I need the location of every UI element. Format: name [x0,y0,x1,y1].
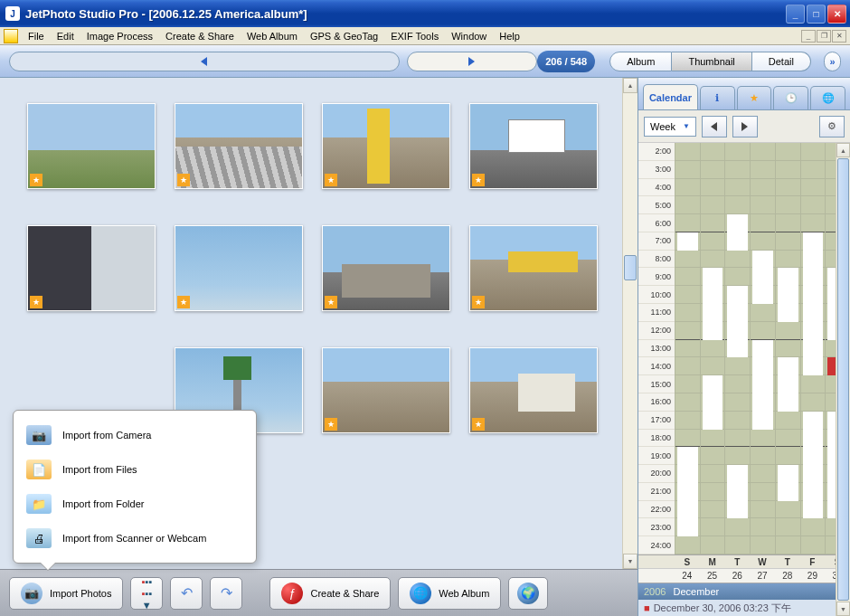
mdi-restore-button[interactable]: ❐ [817,30,831,43]
calendar-next-button[interactable] [732,116,758,137]
mdi-close-button[interactable]: ✕ [832,30,846,43]
photo-thumbnail[interactable]: ★ [469,347,598,433]
import-from-folder[interactable]: 📁 Import from Folder [14,487,256,521]
menu-file[interactable]: File [22,29,51,43]
menu-image-process[interactable]: Image Process [80,29,159,43]
star-badge-icon: ★ [177,296,190,308]
menu-create-share[interactable]: Create & Share [159,29,241,43]
import-popup: 📷 Import from Camera 📄 Import from Files… [13,410,257,564]
web-album-button[interactable]: 🌐 Web Album [398,577,501,610]
weekday-label: S [675,557,700,567]
calendar-event[interactable] [752,251,773,304]
thumbnail-panel: ★★★★★★★★★★★ ▲ ▼ 📷 Import from Camera 📄 I… [0,78,638,616]
menu-exif-tools[interactable]: EXIF Tools [384,29,445,43]
menu-web-album[interactable]: Web Album [241,29,304,43]
day-column[interactable] [775,143,800,554]
calendar-event[interactable] [803,412,824,519]
date-label[interactable]: 29 [800,571,826,581]
prev-button[interactable] [9,52,400,71]
menu-window[interactable]: Window [445,29,493,43]
photo-thumbnail[interactable]: ★ [469,225,598,311]
google-earth-button[interactable]: 🌍 [508,577,548,610]
cal-scroll-down[interactable]: ▼ [836,602,850,616]
import-photos-button[interactable]: 📷 Import Photos [9,577,123,610]
cal-scroll-up[interactable]: ▲ [836,143,850,157]
tab-favorites[interactable]: ★ [737,86,772,109]
calendar-event[interactable] [727,286,748,357]
minimize-button[interactable]: _ [786,5,805,24]
calendar-event[interactable] [727,465,748,518]
view-thumbnail[interactable]: Thumbnail [672,52,751,71]
photo-thumbnail[interactable]: ★ [175,225,303,311]
side-panel: Calendar ℹ ★ 🕒 🌐 Week ▼ ⚙ 2:003:004:005:… [638,78,850,616]
menu-gps-geotag[interactable]: GPS & GeoTag [304,29,384,43]
sort-button[interactable]: ▪▪▪▪▪▪▼ [130,577,163,610]
tab-info[interactable]: ℹ [700,86,735,109]
create-share-button[interactable]: ƒ Create & Share [269,577,391,610]
photo-thumbnail[interactable]: ★ [175,103,303,189]
photo-thumbnail[interactable]: ★ [322,225,450,311]
import-photos-label: Import Photos [50,588,111,599]
view-detail[interactable]: Detail [752,52,811,71]
date-label[interactable]: 25 [700,571,725,581]
calendar-prev-button[interactable] [702,116,727,137]
day-column[interactable] [800,143,826,554]
cal-scroll-thumb[interactable] [837,158,849,601]
tab-geo[interactable]: 🌐 [810,86,845,109]
day-column[interactable] [724,143,750,554]
calendar-event[interactable] [778,268,798,321]
calendar-mode-select[interactable]: Week ▼ [644,117,696,137]
undo-button[interactable]: ↶ [170,577,203,610]
weekday-label: T [724,557,750,567]
import-from-camera[interactable]: 📷 Import from Camera [14,418,256,452]
calendar-settings-button[interactable]: ⚙ [819,116,845,137]
next-button[interactable] [407,52,537,71]
menu-help[interactable]: Help [493,29,526,43]
import-from-files[interactable]: 📄 Import from Files [14,452,256,487]
close-button[interactable]: ✕ [827,5,846,24]
photo-thumbnail[interactable]: ★ [322,347,450,433]
calendar-event[interactable] [677,232,698,251]
day-column[interactable] [675,143,700,554]
window-title: JetPhoto Studio Pro - [2006.12.25 Americ… [25,7,786,21]
date-label[interactable]: 24 [675,571,700,581]
menu-edit[interactable]: Edit [51,29,80,43]
thumb-scrollbar[interactable]: ▲ ▼ [622,78,638,569]
top-toolbar: 206 / 548 Album Thumbnail Detail » [0,45,850,78]
photo-thumbnail[interactable]: ★ [469,103,598,189]
scroll-thumb[interactable] [624,255,637,280]
hour-label: 23:00 [638,518,675,536]
hour-label: 9:00 [638,268,675,286]
scroll-up-button[interactable]: ▲ [623,78,638,93]
calendar-event[interactable] [727,214,748,251]
redo-button[interactable]: ↷ [210,577,242,610]
import-from-scanner[interactable]: 🖨 Import from Scanner or Webcam [14,521,256,555]
calendar-scrollbar[interactable]: ▲ ▼ [836,143,850,616]
import-scanner-label: Import from Scanner or Webcam [62,533,206,544]
document-icon [4,29,18,43]
import-files-label: Import from Files [62,464,137,475]
calendar-event[interactable] [803,232,824,375]
calendar-event[interactable] [703,375,723,429]
month-label: December [673,586,719,597]
scroll-down-button[interactable]: ▼ [623,554,638,569]
calendar-event[interactable] [778,357,798,411]
more-views-button[interactable]: » [824,52,841,71]
calendar-event[interactable] [677,447,698,536]
tab-time[interactable]: 🕒 [773,86,808,109]
photo-thumbnail[interactable]: ★ [27,225,156,311]
mdi-minimize-button[interactable]: _ [801,30,816,43]
calendar-event[interactable] [778,465,798,501]
date-label[interactable]: 26 [724,571,750,581]
calendar-event[interactable] [703,268,723,339]
date-label[interactable]: 28 [775,571,800,581]
calendar-event[interactable] [752,340,773,430]
maximize-button[interactable]: □ [807,5,826,24]
photo-thumbnail[interactable]: ★ [322,103,450,189]
photo-thumbnail[interactable]: ★ [27,103,156,189]
view-album[interactable]: Album [609,52,672,71]
day-column[interactable] [750,143,775,554]
date-label[interactable]: 27 [750,571,775,581]
tab-calendar[interactable]: Calendar [643,84,698,109]
day-column[interactable] [700,143,725,554]
